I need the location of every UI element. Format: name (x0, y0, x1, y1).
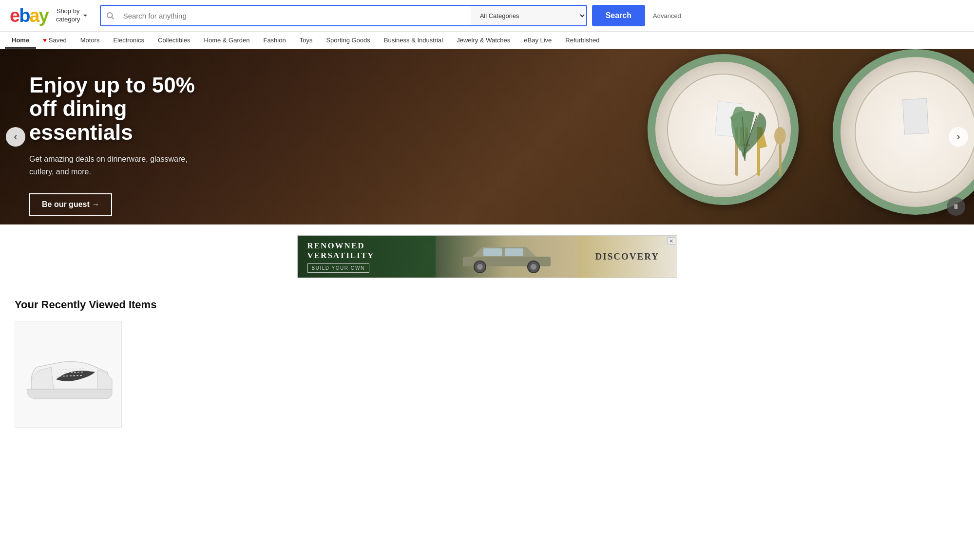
nav-item-collectibles[interactable]: Collectibles (151, 32, 197, 49)
nav-item-fashion[interactable]: Fashion (256, 32, 292, 49)
chevron-down-icon (82, 13, 88, 19)
hero-subtitle: Get amazing deals on dinnerware, glasswa… (29, 153, 195, 178)
search-icon (106, 11, 115, 20)
navigation: Home ♥ Saved Motors Electronics Collecti… (0, 32, 974, 49)
heart-icon: ♥ (43, 37, 47, 44)
hero-pause-button[interactable]: ⏸ (947, 197, 965, 216)
hero-title: Enjoy up to 50% off dining essentials (29, 74, 195, 144)
svg-point-0 (107, 13, 113, 18)
nav-item-ebay-live[interactable]: eBay Live (517, 32, 558, 49)
logo-y: y (39, 6, 48, 25)
nav-item-saved[interactable]: ♥ Saved (36, 32, 74, 49)
ad-discovery-text: DISCOVERY (595, 251, 659, 262)
nav-item-refurbished[interactable]: Refurbished (558, 32, 606, 49)
search-input[interactable] (119, 6, 472, 25)
svg-point-9 (774, 127, 786, 145)
logo[interactable]: e b a y (10, 6, 48, 25)
ad-close-button[interactable]: ✕ (668, 237, 675, 245)
nav-item-sporting-goods[interactable]: Sporting Goods (319, 32, 377, 49)
shop-by-label: Shop bycategory (56, 7, 80, 24)
hero-cta-button[interactable]: Be our guest → (29, 193, 112, 216)
svg-rect-18 (505, 248, 523, 256)
hero-content: Enjoy up to 50% off dining essentials Ge… (0, 49, 224, 224)
svg-line-1 (112, 18, 114, 19)
ad-versatility-text: RENOWNED VERSATILITY (307, 241, 426, 261)
hero-prev-button[interactable]: ‹ (6, 127, 25, 147)
car-icon (458, 240, 555, 274)
nav-item-motors[interactable]: Motors (74, 32, 107, 49)
recently-viewed-items (15, 321, 959, 428)
ad-left-panel: RENOWNED VERSATILITY BUILD YOUR OWN (298, 236, 436, 278)
svg-point-16 (531, 264, 536, 270)
ad-banner[interactable]: RENOWNED VERSATILITY BUILD YOUR OWN DISC… (297, 235, 677, 278)
nav-item-home-garden[interactable]: Home & Garden (197, 32, 257, 49)
ad-build-text: BUILD YOUR OWN (307, 263, 369, 273)
ad-banner-container: RENOWNED VERSATILITY BUILD YOUR OWN DISC… (0, 224, 974, 289)
logo-b: b (19, 6, 29, 25)
hero-next-button[interactable]: › (949, 127, 968, 147)
svg-rect-8 (779, 142, 782, 176)
search-icon-container (101, 6, 119, 25)
sneaker-icon (22, 340, 115, 409)
item-card[interactable] (15, 321, 122, 428)
nav-item-electronics[interactable]: Electronics (106, 32, 151, 49)
nav-item-business-industrial[interactable]: Business & Industrial (377, 32, 450, 49)
nav-item-jewelry-watches[interactable]: Jewelry & Watches (450, 32, 517, 49)
category-select[interactable]: All CategoriesAntiquesArtBabyBooksBusine… (472, 6, 586, 25)
recently-viewed-section: Your Recently Viewed Items (0, 289, 974, 448)
search-button[interactable]: Search (592, 5, 645, 26)
nav-item-home[interactable]: Home (5, 32, 36, 49)
svg-rect-17 (483, 248, 502, 256)
ad-right-panel: DISCOVERY (578, 236, 676, 278)
header: e b a y Shop bycategory All CategoriesAn… (0, 0, 974, 32)
leaves-icon (716, 88, 774, 166)
logo-e: e (10, 6, 19, 25)
hero-banner: Enjoy up to 50% off dining essentials Ge… (0, 49, 974, 224)
recently-viewed-title: Your Recently Viewed Items (15, 299, 959, 311)
logo-a: a (29, 6, 38, 25)
nav-item-toys[interactable]: Toys (293, 32, 320, 49)
advanced-link[interactable]: Advanced (653, 12, 681, 19)
svg-point-14 (477, 264, 483, 270)
shop-by-category[interactable]: Shop bycategory (56, 7, 95, 24)
ad-car-area (436, 236, 578, 278)
search-bar: All CategoriesAntiquesArtBabyBooksBusine… (100, 5, 587, 26)
